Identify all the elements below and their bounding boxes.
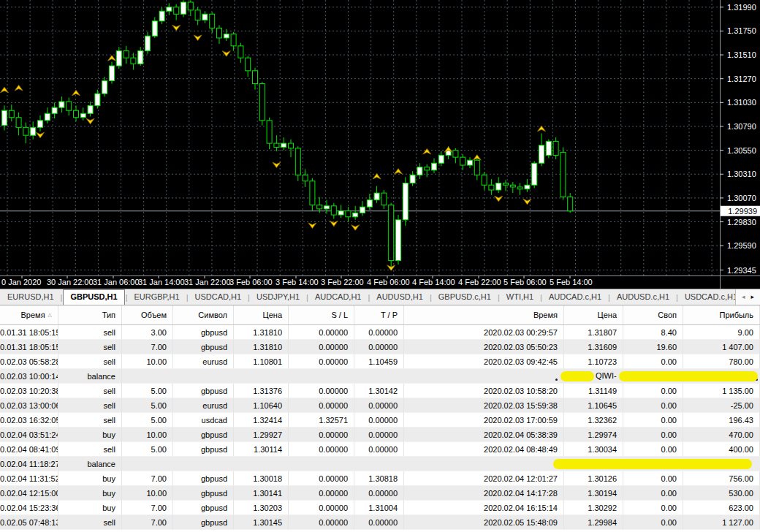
history-row[interactable]: 0.02.05 07:48:13sell7.00gbpusd1.301450.0… [0, 515, 760, 530]
cell-col5: 0.00000 [289, 501, 354, 515]
column-header-10[interactable]: Прибыль [683, 305, 760, 324]
cell-col6: 0.00000 [354, 340, 404, 354]
chart-tab-bar: EURUSD,H1|GBPUSD,H1|EURGBP,H1|USDCAD,H1|… [0, 289, 760, 305]
column-header-8[interactable]: Цена [564, 305, 623, 324]
chart-tab-audcad-c-h1[interactable]: AUDCAD.c,H1 [543, 290, 607, 304]
cell-col2: 10.00 [122, 486, 173, 501]
column-header-3[interactable]: Символ [173, 305, 234, 324]
history-row[interactable]: 0.02.04 03:51:24buy10.00gbpusd1.299270.0… [0, 428, 760, 442]
price-axis-label: 1.31750 [727, 26, 756, 35]
time-axis-label: 5 Feb 06:00 [503, 278, 547, 286]
column-header-label: Объем [141, 311, 167, 319]
cell-col7: 2020.02.03 05:50:23 [404, 340, 564, 354]
candle-body [374, 193, 379, 200]
chart-tab-audusd-h1[interactable]: AUDUSD,H1 [370, 290, 429, 304]
history-row[interactable]: 0.02.04 12:15:00buy10.00gbpusd1.301410.0… [0, 486, 760, 501]
history-row-balance[interactable]: 0.02.03 10:00:14balanceQIWI- [0, 369, 760, 384]
chart-tab-gbpusd-h1[interactable]: GBPUSD,H1 [63, 289, 124, 305]
column-header-label: Время [21, 311, 45, 319]
chart-tab-audusd-c-h1[interactable]: AUDUSD.c,H1 [611, 290, 675, 304]
candle-body [331, 206, 336, 215]
candle-body [217, 28, 222, 38]
candle-body [224, 34, 229, 38]
cell-col9: 0.00 [623, 501, 683, 515]
price-axis-label: 1.30550 [727, 146, 756, 155]
cell-col8: 1.30194 [564, 486, 623, 501]
column-header-2[interactable]: Объем [122, 305, 173, 324]
time-axis-label: 3 Feb 22:00 [321, 278, 364, 286]
candle-body [145, 36, 151, 50]
history-row[interactable]: 0.02.03 13:00:06sell5.00eurusd1.106400.0… [0, 398, 760, 413]
history-row[interactable]: 0.02.03 10:20:38sell5.00gbpusd1.313760.0… [0, 384, 760, 398]
tab-scroll-left-icon[interactable]: ◂ [742, 294, 745, 300]
terminal-window: 1.319901.317501.315101.312701.310301.307… [0, 0, 760, 532]
cell-col2: 10.00 [122, 428, 173, 442]
cell-col0: 0.02.03 05:58:28 [0, 354, 58, 369]
history-row[interactable]: 0.02.04 11:31:52buy7.00gbpusd1.300180.00… [0, 471, 760, 486]
column-header-label: Цена [598, 311, 617, 319]
column-header-4[interactable]: Цена [234, 305, 289, 324]
cell-col1: sell [58, 413, 122, 428]
history-row[interactable]: 0.01.31 18:05:15sell7.00gbpusd1.318100.0… [0, 340, 760, 354]
history-row[interactable]: 0.02.03 16:32:05sell5.00usdcad1.324141.3… [0, 413, 760, 428]
candle-body [110, 66, 115, 80]
history-row[interactable]: 0.02.04 08:41:09sell5.00gbpusd1.301140.0… [0, 442, 760, 457]
history-row[interactable]: 0.01.31 18:05:15sell3.00gbpusd1.318100.0… [0, 325, 760, 340]
candle-body [381, 193, 387, 205]
cell-col10: 400.00 [683, 442, 760, 457]
column-header-0[interactable]: Время△ [0, 305, 58, 324]
cell-col0: 0.02.05 07:48:13 [0, 515, 58, 530]
column-header-9[interactable]: Своп [623, 305, 683, 324]
column-header-1[interactable]: Тип [58, 305, 122, 324]
candle-body [188, 2, 193, 10]
tab-scroll-right-icon[interactable]: ▸ [750, 294, 754, 300]
candle-body [317, 205, 322, 208]
column-header-7[interactable]: Время [404, 305, 564, 324]
chart-tab-usdjpy-h1[interactable]: USDJPY,H1 [251, 290, 305, 304]
cell-col4: 1.10801 [234, 354, 289, 369]
candle-body [174, 7, 179, 15]
column-header-5[interactable]: S / L [289, 305, 354, 324]
chart-tab-wti-h1[interactable]: WTI,H1 [501, 290, 539, 304]
cell-col1: sell [58, 340, 122, 354]
candle-body [2, 110, 7, 125]
cell-col7: 2020.02.04 08:48:49 [404, 442, 564, 457]
cell-col3 [173, 369, 234, 384]
time-axis-label: 31 Jan 06:00 [93, 278, 140, 286]
history-row-balance[interactable]: 0.02.04 11:18:27balance [0, 457, 760, 471]
chart-tab-audcad-h1[interactable]: AUDCAD,H1 [309, 290, 368, 304]
candle-body [88, 105, 93, 113]
chart-tab-usdcad-c-h1[interactable]: USDCAD.c,H1 [679, 290, 743, 304]
cell-col4: 1.30018 [234, 471, 289, 486]
candle-body [253, 71, 258, 84]
cell-col7: 2020.02.03 17:00:59 [404, 413, 564, 428]
cell-col0: 0.02.03 16:32:05 [0, 413, 58, 428]
cell-col1: buy [58, 428, 122, 442]
chart-tab-gbpusd-c-h1[interactable]: GBPUSD.c,H1 [433, 290, 497, 304]
cell-col2: 5.00 [122, 413, 173, 428]
cell-col4: 1.30203 [234, 501, 289, 515]
cell-col4 [234, 457, 289, 471]
candle-body [546, 141, 551, 155]
history-row[interactable]: 0.02.03 05:58:28sell10.00eurusd1.108010.… [0, 354, 760, 369]
history-row[interactable]: 0.02.04 15:23:36buy7.00gbpusd1.302030.00… [0, 501, 760, 515]
candle-body [425, 167, 430, 170]
cell-col2: 10.00 [122, 354, 173, 369]
cell-col5: 0.00000 [289, 384, 354, 398]
chart-tab-usdcad-h1[interactable]: USDCAD,H1 [189, 290, 248, 304]
price-chart[interactable]: 1.319901.317501.315101.312701.310301.307… [0, 0, 760, 289]
price-axis-label: 1.31030 [727, 98, 756, 107]
cell-col3: gbpusd [173, 340, 234, 354]
candle-body [410, 175, 415, 183]
cell-col8: 1.10723 [564, 354, 623, 369]
candle-body [560, 152, 566, 197]
yellow-redaction-marker [619, 371, 758, 381]
column-header-6[interactable]: T / P [354, 305, 404, 324]
chart-tab-eurusd-h1[interactable]: EURUSD,H1 [1, 290, 60, 304]
candle-body [338, 211, 343, 215]
price-chart-canvas[interactable]: 1.319901.317501.315101.312701.310301.307… [0, 0, 760, 289]
cell-col0: 0.01.31 18:05:15 [0, 325, 58, 340]
chart-tab-eurgbp-h1[interactable]: EURGBP,H1 [128, 290, 185, 304]
tab-scroll-buttons: ◂ ▸ [735, 289, 760, 305]
cell-col9: 0.00 [623, 398, 683, 413]
